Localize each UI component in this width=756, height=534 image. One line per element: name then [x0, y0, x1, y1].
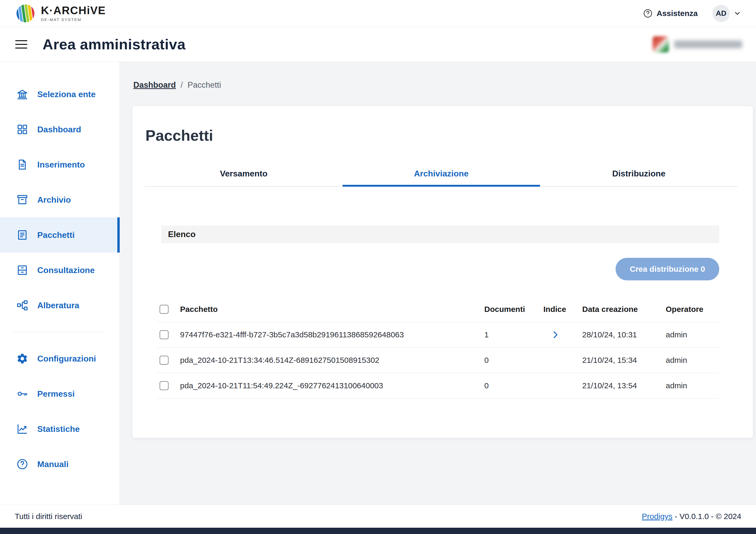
- sidebar-divider: [13, 332, 103, 332]
- sidebar-item-label: Archivio: [37, 195, 71, 205]
- sidebar-item-label: Inserimento: [37, 160, 85, 170]
- sidebar-item-label: Statistiche: [37, 424, 80, 434]
- prodigys-link[interactable]: Prodigys: [642, 512, 672, 521]
- cell-data-creazione: 28/10/24, 10:31: [582, 330, 666, 339]
- sidebar-item-label: Manuali: [37, 460, 68, 469]
- user-menu[interactable]: AD: [713, 5, 741, 22]
- sidebar-item-label: Consultazione: [37, 265, 95, 275]
- brand-title: K·ARCHiVE: [41, 5, 106, 16]
- karchive-logo-icon: [15, 3, 36, 24]
- brand-subtitle: DE-MAT SYSTEM: [41, 17, 106, 22]
- tabs: Versamento Archiviazione Distribuzione: [145, 161, 738, 187]
- stats-icon: [16, 423, 28, 435]
- sidebar-item-pacchetti[interactable]: Pacchetti: [0, 217, 120, 253]
- footer: Tutti i diritti riservati Prodigys - V0.…: [0, 505, 756, 528]
- tab-versamento[interactable]: Versamento: [145, 161, 342, 187]
- sidebar-item-manuali[interactable]: Manuali: [0, 446, 120, 482]
- sidebar-item-permessi[interactable]: Permessi: [0, 376, 120, 412]
- sidebar-item-label: Seleziona ente: [37, 90, 95, 99]
- crea-distribuzione-button[interactable]: Crea distribuzione 0: [615, 258, 719, 280]
- sidebar-item-archivio[interactable]: Archivio: [0, 182, 120, 217]
- brand-logo[interactable]: K·ARCHiVE DE-MAT SYSTEM: [15, 3, 106, 24]
- table-header-row: Pacchetto Documenti Indice Data creazion…: [156, 297, 718, 322]
- table-row: pda_2024-10-21T11:54:49.224Z_-6927762413…: [156, 373, 718, 399]
- list-section-header: Elenco: [161, 226, 719, 243]
- gear-icon: [16, 353, 28, 365]
- main-content: Dashboard / Pacchetti Pacchetti Versamen…: [120, 62, 756, 505]
- avatar[interactable]: AD: [713, 5, 730, 22]
- cell-pacchetto: pda_2024-10-21T11:54:49.224Z_-6927762413…: [180, 381, 484, 390]
- page-title: Area amministrativa: [42, 36, 186, 53]
- sidebar: Seleziona ente Dashboard Inserimento Arc…: [0, 62, 120, 505]
- table-row: pda_2024-10-21T13:34:46.514Z-68916275015…: [156, 348, 718, 373]
- sidebar-item-configurazioni[interactable]: Configurazioni: [0, 341, 120, 376]
- cell-documenti: 0: [484, 381, 543, 390]
- organization-name-redacted: [674, 40, 742, 48]
- sidebar-item-statistiche[interactable]: Statistiche: [0, 412, 120, 446]
- middle-region: Seleziona ente Dashboard Inserimento Arc…: [0, 62, 756, 505]
- breadcrumb: Dashboard / Pacchetti: [132, 80, 753, 90]
- footer-right: Prodigys - V0.0.1.0 - © 2024: [642, 512, 741, 521]
- breadcrumb-separator: /: [180, 80, 183, 90]
- cell-operatore: admin: [666, 381, 718, 390]
- pacchetti-card: Pacchetti Versamento Archiviazione Distr…: [132, 106, 753, 438]
- cabinet-icon: [16, 264, 28, 276]
- row-checkbox[interactable]: [160, 356, 169, 365]
- column-header-indice: Indice: [543, 305, 582, 314]
- cell-data-creazione: 21/10/24, 15:34: [582, 356, 666, 365]
- column-header-operatore: Operatore: [666, 305, 718, 314]
- sidebar-item-inserimento[interactable]: Inserimento: [0, 147, 120, 182]
- cell-documenti: 1: [484, 330, 543, 339]
- cell-operatore: admin: [666, 356, 718, 365]
- cell-pacchetto: 97447f76-e321-4fff-b727-3b5c7a3d58b29196…: [180, 330, 484, 339]
- tab-distribuzione[interactable]: Distribuzione: [540, 161, 738, 187]
- cell-indice: [543, 330, 582, 340]
- assistenza-button[interactable]: Assistenza: [643, 9, 698, 18]
- tab-content: Elenco Crea distribuzione 0 Pacchetto Do…: [132, 226, 753, 399]
- topbar-right: Assistenza AD: [643, 5, 741, 22]
- sidebar-item-dashboard[interactable]: Dashboard: [0, 112, 120, 147]
- column-header-pacchetto: Pacchetto: [180, 305, 484, 314]
- cell-data-creazione: 21/10/24, 13:54: [582, 381, 666, 390]
- cell-operatore: admin: [666, 330, 718, 339]
- sidebar-item-label: Configurazioni: [37, 354, 96, 363]
- sidebar-item-label: Dashboard: [37, 125, 81, 134]
- breadcrumb-current: Pacchetti: [188, 80, 221, 90]
- sidebar-item-seleziona-ente[interactable]: Seleziona ente: [0, 77, 120, 112]
- row-checkbox[interactable]: [160, 381, 169, 390]
- select-all-checkbox[interactable]: [160, 305, 169, 314]
- bank-icon: [16, 88, 28, 100]
- sidebar-item-consultazione[interactable]: Consultazione: [0, 253, 120, 288]
- help-circle-icon: [643, 9, 653, 18]
- bottom-strip: [0, 528, 756, 534]
- organization-logo: [653, 36, 669, 52]
- organization-badge: [653, 36, 742, 52]
- row-checkbox[interactable]: [160, 330, 169, 339]
- cell-pacchetto: pda_2024-10-21T13:34:46.514Z-68916275015…: [180, 356, 484, 365]
- card-title: Pacchetti: [132, 126, 753, 144]
- archive-icon: [16, 194, 28, 206]
- key-icon: [16, 388, 28, 400]
- column-header-data-creazione: Data creazione: [582, 305, 666, 314]
- cell-documenti: 0: [484, 356, 543, 365]
- page-header-left: Area amministrativa: [15, 36, 186, 53]
- hamburger-menu-icon[interactable]: [15, 39, 27, 50]
- top-bar: K·ARCHiVE DE-MAT SYSTEM Assistenza AD: [0, 0, 756, 27]
- sidebar-item-alberatura[interactable]: Alberatura: [0, 288, 120, 323]
- tree-icon: [16, 299, 28, 311]
- sidebar-item-label: Alberatura: [37, 301, 79, 310]
- footer-copyright: Tutti i diritti riservati: [15, 512, 82, 521]
- packages-table: Pacchetto Documenti Indice Data creazion…: [156, 297, 718, 399]
- assistenza-label: Assistenza: [657, 9, 698, 18]
- table-row: 97447f76-e321-4fff-b727-3b5c7a3d58b29196…: [156, 322, 718, 348]
- sidebar-item-label: Pacchetti: [37, 230, 74, 240]
- footer-version: - V0.0.1.0 - © 2024: [672, 512, 741, 521]
- sidebar-item-label: Permessi: [37, 389, 74, 399]
- tab-archiviazione[interactable]: Archiviazione: [342, 161, 540, 187]
- open-indice-chevron-icon[interactable]: [550, 330, 561, 340]
- help-icon: [16, 458, 28, 470]
- page-header: Area amministrativa: [0, 27, 756, 62]
- brand-text: K·ARCHiVE DE-MAT SYSTEM: [41, 5, 106, 22]
- breadcrumb-link-dashboard[interactable]: Dashboard: [133, 80, 176, 90]
- column-header-documenti: Documenti: [484, 305, 543, 314]
